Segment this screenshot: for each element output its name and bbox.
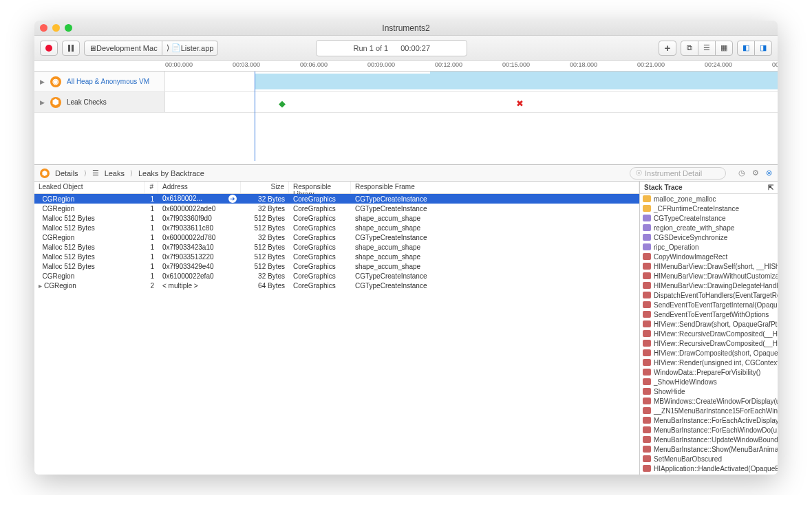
stack-frame[interactable]: HIApplication::EventObserver(unsigned i.… <box>640 473 778 475</box>
track-content[interactable]: ◆ ✖ <box>165 92 778 112</box>
toggle-right-panel[interactable]: ◨ <box>754 41 772 56</box>
table-body[interactable]: CGRegion10x6180002...➜32 BytesCoreGraphi… <box>34 194 639 475</box>
stack-frame[interactable]: DispatchEventToHandlers(EventTargetRe... <box>640 290 778 300</box>
track-label[interactable]: ▶ ◉ All Heap & Anonymous VM <box>34 72 165 91</box>
stack-frame[interactable]: SendEventToEventTargetInternal(Opaque... <box>640 300 778 309</box>
col-library[interactable]: Responsible Library <box>289 182 351 193</box>
table-row[interactable]: ▸CGRegion2< multiple >64 BytesCoreGraphi… <box>34 281 639 290</box>
record-button[interactable] <box>40 41 58 56</box>
stack-frame[interactable]: HIMenuBarView::DrawSelf(short, __HISha..… <box>640 261 778 271</box>
toggle-left-panel[interactable]: ◧ <box>737 41 755 56</box>
stack-frame[interactable]: ripc_Operation <box>640 242 778 252</box>
cell-count: 1 <box>145 224 158 232</box>
strategy-3[interactable]: ▦ <box>715 41 733 56</box>
stack-frame[interactable]: region_create_with_shape <box>640 223 778 232</box>
cell-lib: CoreGraphics <box>289 263 351 270</box>
col-frame[interactable]: Responsible Frame <box>351 182 639 193</box>
cell-object: CGRegion <box>34 205 145 213</box>
go-arrow-icon[interactable]: ➜ <box>228 195 237 203</box>
run-info[interactable]: Run 1 of 1 00:00:27 <box>316 40 467 56</box>
stack-frame[interactable]: HIMenuBarView::DrawWithoutCustomiza... <box>640 271 778 281</box>
cell-object: ▸CGRegion <box>34 282 145 290</box>
stack-frame[interactable]: HIView::SendDraw(short, OpaqueGrafPtr... <box>640 319 778 329</box>
stack-frame[interactable]: __ZN15MenuBarInstance15ForEachWin... <box>640 406 778 415</box>
track-allocations[interactable]: ▶ ◉ All Heap & Anonymous VM <box>34 72 778 92</box>
disclosure-icon[interactable]: ▶ <box>40 99 45 106</box>
table-row[interactable]: Malloc 512 Bytes10x7f903360f9d0512 Bytes… <box>34 213 639 223</box>
leak-check-fail-icon[interactable]: ✖ <box>516 98 524 109</box>
stack-frame[interactable]: WindowData::PrepareForVisibility() <box>640 367 778 377</box>
stack-frame[interactable]: MenuBarInstance::UpdateWindowBound... <box>640 435 778 444</box>
cell-address: 0x6180002...➜ <box>158 195 241 203</box>
table-row[interactable]: Malloc 512 Bytes10x7f9033423a10512 Bytes… <box>34 242 639 252</box>
table-row[interactable]: Malloc 512 Bytes10x7f9033611c80512 Bytes… <box>34 223 639 232</box>
stack-frame[interactable]: HIView::DrawComposited(short, Opaque... <box>640 348 778 358</box>
pause-button[interactable] <box>62 41 80 56</box>
search-input[interactable]: ⦾ Instrument Detail <box>630 167 726 180</box>
col-count[interactable]: # <box>145 182 158 193</box>
panel-toggles[interactable]: ◧ ◨ <box>737 41 772 56</box>
table-row[interactable]: CGRegion10x6180002...➜32 BytesCoreGraphi… <box>34 194 639 204</box>
table-row[interactable]: Malloc 512 Bytes10x7f9033429e40512 Bytes… <box>34 261 639 271</box>
crumb-backtrace[interactable]: Leaks by Backtrace <box>138 169 204 177</box>
table-row[interactable]: CGRegion10x61000022efa032 BytesCoreGraph… <box>34 271 639 281</box>
col-leaked-object[interactable]: Leaked Object <box>34 182 145 193</box>
stack-frame[interactable]: malloc_zone_malloc <box>640 194 778 204</box>
leak-check-ok-icon[interactable]: ◆ <box>279 98 286 109</box>
track-label[interactable]: ▶ ⬢ Leak Checks <box>34 92 165 112</box>
stack-frame[interactable]: SendEventToEventTargetWithOptions <box>640 309 778 319</box>
table-row[interactable]: CGRegion10x60000022d78032 BytesCoreGraph… <box>34 232 639 242</box>
cell-count: 1 <box>145 243 158 251</box>
frame-text: ripc_Operation <box>654 243 699 251</box>
frame-icon <box>643 243 651 250</box>
table-row[interactable]: Malloc 512 Bytes10x7f9033513220512 Bytes… <box>34 252 639 261</box>
stack-frame[interactable]: _ShowHideWindows <box>640 377 778 387</box>
table-row[interactable]: CGRegion10x60000022ade032 BytesCoreGraph… <box>34 204 639 213</box>
stack-frame[interactable]: ShowHide <box>640 387 778 396</box>
add-instrument-button[interactable]: + <box>659 41 676 56</box>
crumb-leaks[interactable]: Leaks <box>105 169 125 177</box>
stack-frame[interactable]: CGTypeCreateInstance <box>640 213 778 223</box>
cell-count: 1 <box>145 195 158 203</box>
frame-icon <box>643 349 651 356</box>
target-device[interactable]: 🖥 Development Mac <box>84 41 162 56</box>
stack-frame[interactable]: HIView::RecursiveDrawComposited(__HI... <box>640 329 778 338</box>
stack-frame[interactable]: HIMenuBarView::DrawingDelegateHandl... <box>640 281 778 290</box>
cell-count: 1 <box>145 263 158 270</box>
strategy-buttons[interactable]: ⧉ ☰ ▦ <box>681 41 733 56</box>
stack-frame[interactable]: CGSDeviceSynchronize <box>640 232 778 242</box>
stack-frame[interactable]: CopyWindowImageRect <box>640 252 778 261</box>
col-size[interactable]: Size <box>241 182 289 193</box>
gear-icon[interactable]: ⚙ <box>752 168 759 177</box>
cell-object: Malloc 512 Bytes <box>34 263 145 270</box>
strategy-1[interactable]: ⧉ <box>681 41 698 56</box>
plus-icon: + <box>665 42 671 54</box>
target-app[interactable]: ⟩ 📄 Lister.app <box>162 41 219 56</box>
col-address[interactable]: Address <box>158 182 241 193</box>
collapse-icon[interactable]: ⇱ <box>768 184 773 191</box>
stack-frame[interactable]: HIView::Render(unsigned int, CGContext*) <box>640 358 778 367</box>
playhead[interactable] <box>255 72 255 161</box>
track-content[interactable] <box>165 72 778 91</box>
crumb-details[interactable]: Details <box>55 169 78 177</box>
stack-trace-list[interactable]: malloc_zone_malloc_CFRuntimeCreateInstan… <box>640 194 778 475</box>
stack-frame[interactable]: HIView::RecursiveDrawComposited(__HI... <box>640 338 778 348</box>
target-selector[interactable]: 🖥 Development Mac ⟩ 📄 Lister.app <box>84 41 218 56</box>
cell-count: 1 <box>145 272 158 280</box>
strategy-2[interactable]: ☰ <box>698 41 716 56</box>
cell-object: CGRegion <box>34 234 145 241</box>
stack-frame[interactable]: MBWindows::CreateWindowForDisplay(u... <box>640 396 778 406</box>
frame-icon <box>643 436 651 443</box>
stack-frame[interactable]: SetMenuBarObscured <box>640 454 778 464</box>
clock-icon[interactable]: ◷ <box>738 168 745 177</box>
stack-icon[interactable]: ⊜ <box>766 168 772 177</box>
stack-frame[interactable]: MenuBarInstance::ForEachActiveDisplay... <box>640 415 778 425</box>
stack-frame[interactable]: _CFRuntimeCreateInstance <box>640 204 778 213</box>
stack-frame[interactable]: HIApplication::HandleActivated(OpaqueE..… <box>640 464 778 473</box>
time-ruler[interactable]: 00:00.00000:03.00000:06.00000:09.00000:1… <box>34 61 778 72</box>
stack-frame[interactable]: MenuBarInstance::Show(MenuBarAnimat... <box>640 444 778 454</box>
track-leaks[interactable]: ▶ ⬢ Leak Checks ◆ ✖ <box>34 92 778 113</box>
disclosure-icon[interactable]: ▶ <box>40 78 45 85</box>
stack-frame[interactable]: MenuBarInstance::ForEachWindowDo(u... <box>640 425 778 435</box>
frame-text: HIApplication::HandleActivated(OpaqueE..… <box>654 465 778 472</box>
